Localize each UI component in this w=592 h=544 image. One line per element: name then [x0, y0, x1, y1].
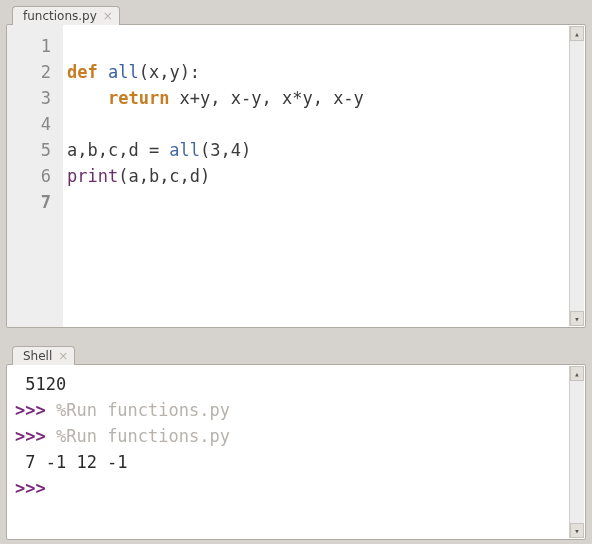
- scroll-down-icon[interactable]: ▾: [570, 311, 584, 326]
- code-editor[interactable]: def all(x,y): return x+y, x-y, x*y, x-y …: [63, 25, 585, 327]
- code-line: return x+y, x-y, x*y, x-y: [67, 88, 364, 108]
- shell-tab-bar: Shell ×: [6, 340, 586, 364]
- line-number: 5: [7, 137, 51, 163]
- shell-command: %Run functions.py: [56, 400, 230, 420]
- line-number: 7: [7, 189, 51, 215]
- close-icon[interactable]: ×: [103, 10, 113, 22]
- editor-tab-label: functions.py: [23, 9, 97, 23]
- code-line: a,b,c,d = all(3,4): [67, 140, 251, 160]
- shell-prompt: >>>: [15, 426, 56, 446]
- scroll-up-icon[interactable]: ▴: [570, 366, 584, 381]
- shell-prompt: >>>: [15, 400, 56, 420]
- editor-tab-bar: functions.py ×: [6, 0, 586, 24]
- shell-tab-label: Shell: [23, 349, 52, 363]
- editor-body: 1 2 3 4 5 6 7 def all(x,y): return x+y, …: [6, 24, 586, 328]
- shell-output: 5120: [15, 374, 66, 394]
- editor-pane: functions.py × 1 2 3 4 5 6 7 def all(x,y…: [6, 0, 586, 328]
- line-number: 2: [7, 59, 51, 85]
- line-number: 4: [7, 111, 51, 137]
- shell-prompt: >>>: [15, 478, 56, 498]
- shell-tab[interactable]: Shell ×: [12, 346, 75, 365]
- scroll-up-icon[interactable]: ▴: [570, 26, 584, 41]
- code-line: print(a,b,c,d): [67, 166, 210, 186]
- editor-scrollbar[interactable]: ▴ ▾: [569, 26, 584, 326]
- editor-tab[interactable]: functions.py ×: [12, 6, 120, 25]
- shell-body: 5120 >>> %Run functions.py >>> %Run func…: [6, 364, 586, 540]
- line-number-gutter: 1 2 3 4 5 6 7: [7, 25, 63, 327]
- line-number: 1: [7, 33, 51, 59]
- shell-console[interactable]: 5120 >>> %Run functions.py >>> %Run func…: [7, 365, 585, 507]
- shell-command: %Run functions.py: [56, 426, 230, 446]
- line-number: 3: [7, 85, 51, 111]
- close-icon[interactable]: ×: [58, 350, 68, 362]
- shell-output: 7 -1 12 -1: [15, 452, 128, 472]
- scroll-down-icon[interactable]: ▾: [570, 523, 584, 538]
- shell-scrollbar[interactable]: ▴ ▾: [569, 366, 584, 538]
- line-number: 6: [7, 163, 51, 189]
- shell-pane: Shell × 5120 >>> %Run functions.py >>> %…: [6, 340, 586, 540]
- code-line: def all(x,y):: [67, 62, 200, 82]
